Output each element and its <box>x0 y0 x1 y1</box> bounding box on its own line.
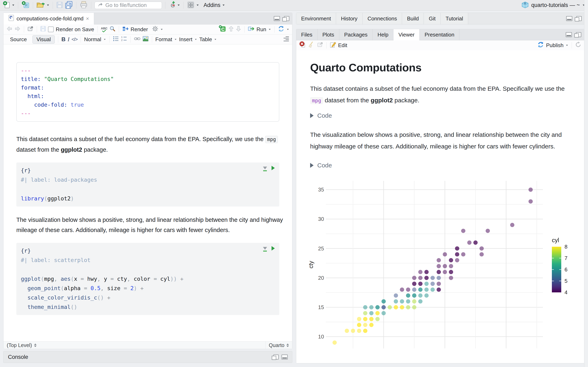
edit-button[interactable]: Edit <box>338 42 347 49</box>
bullet-list-icon[interactable] <box>113 36 119 43</box>
popout-icon[interactable] <box>317 42 323 49</box>
svg-text:cyl: cyl <box>552 237 559 243</box>
new-project-icon[interactable]: R <box>21 1 30 10</box>
render-on-save-checkbox[interactable] <box>48 26 54 32</box>
insert-menu[interactable]: Insert <box>179 36 197 43</box>
minimize-icon[interactable] <box>566 16 572 21</box>
version-control-icon[interactable]: G <box>169 1 176 10</box>
clear-icon[interactable] <box>309 42 315 49</box>
run-menu-caret-icon[interactable] <box>269 29 270 30</box>
save-icon[interactable] <box>40 26 46 33</box>
tab-connections[interactable]: Connections <box>363 13 402 24</box>
visual-editor-content[interactable]: ---title: "Quarto Computations"format: h… <box>3 55 292 342</box>
editor-paragraph-2[interactable]: The visualization below shows a positive… <box>16 215 288 235</box>
goto-file-placeholder: Go to file/function <box>105 2 147 8</box>
stop-icon[interactable] <box>299 41 306 50</box>
file-type-select[interactable]: Quarto <box>265 342 292 349</box>
run-chunk-icon[interactable] <box>272 166 275 170</box>
outline-icon[interactable] <box>283 36 289 43</box>
forward-icon[interactable] <box>15 26 21 33</box>
new-file-menu-icon[interactable] <box>12 4 14 6</box>
run-above-icon[interactable] <box>263 167 267 169</box>
numbered-list-icon[interactable]: 12 <box>121 36 127 43</box>
minimize-icon[interactable] <box>566 32 572 37</box>
addins-button[interactable]: Addins <box>204 2 221 8</box>
maximize-icon[interactable] <box>576 32 581 37</box>
goto-file-input[interactable]: Go to file/function <box>95 2 162 9</box>
code-chunk-load-packages[interactable]: {r}#| label: load-packages library(ggplo… <box>16 162 279 207</box>
run-chunk-icon[interactable] <box>272 246 275 250</box>
inline-code-icon[interactable]: </> <box>71 36 77 42</box>
code-chunk-scatterplot[interactable]: {r}#| label: scatterplot ggplot(mpg, aes… <box>16 243 279 315</box>
tab-build[interactable]: Build <box>402 13 424 24</box>
back-icon[interactable] <box>6 26 12 33</box>
format-menu[interactable]: Format <box>155 36 177 43</box>
tab-packages[interactable]: Packages <box>339 29 373 40</box>
settings-gear-icon[interactable] <box>152 26 158 33</box>
panes-menu-icon[interactable] <box>197 4 199 6</box>
spellcheck-icon[interactable]: ABC <box>101 27 108 32</box>
quarto-file-icon <box>8 15 14 23</box>
tab-history[interactable]: History <box>336 13 363 24</box>
render-options-caret-icon[interactable] <box>161 29 163 30</box>
outline-scope-select[interactable]: (Top Level) <box>3 342 265 348</box>
save-icon[interactable] <box>56 1 63 9</box>
open-folder-icon[interactable] <box>36 1 45 9</box>
rerun-icon[interactable] <box>278 25 285 33</box>
refresh-icon[interactable] <box>575 42 581 49</box>
code-fold-2[interactable]: Code <box>310 162 584 169</box>
restore-icon[interactable] <box>282 355 288 359</box>
tab-plots[interactable]: Plots <box>318 29 339 40</box>
tab-environment[interactable]: Environment <box>296 13 336 24</box>
italic-icon[interactable]: I <box>68 36 69 43</box>
search-icon[interactable] <box>109 26 116 33</box>
tab-files[interactable]: Files <box>296 29 318 40</box>
tab-viewer[interactable]: Viewer <box>393 29 420 40</box>
source-mode-button[interactable]: Source <box>6 35 30 43</box>
render-button[interactable]: Render <box>130 26 148 33</box>
save-all-icon[interactable] <box>65 1 73 9</box>
paragraph-style-select[interactable]: Normal <box>84 36 106 43</box>
run-above-icon[interactable] <box>263 247 267 250</box>
yaml-front-matter[interactable]: ---title: "Quarto Computations"format: h… <box>16 62 279 122</box>
editor-tab-title: computations-code-fold.qmd <box>17 16 84 22</box>
link-icon[interactable] <box>134 36 140 43</box>
up-icon[interactable] <box>228 26 234 33</box>
visual-mode-button[interactable]: Visual <box>33 35 54 44</box>
doc-paragraph-2: The visualization below shows a positive… <box>310 129 576 152</box>
tab-help[interactable]: Help <box>373 29 393 40</box>
tab-presentation[interactable]: Presentation <box>420 29 459 40</box>
publish-icon <box>537 41 544 50</box>
open-recent-icon[interactable] <box>47 4 49 6</box>
down-icon[interactable] <box>236 26 241 33</box>
maximize-icon[interactable] <box>284 16 289 21</box>
workspace-panes-icon[interactable] <box>187 1 195 9</box>
viewer-scrollbar-gutter[interactable] <box>584 0 588 367</box>
publish-caret-icon[interactable] <box>566 45 568 46</box>
maximize-icon[interactable] <box>576 16 582 21</box>
insert-chunk-icon[interactable]: C <box>219 25 226 34</box>
print-icon[interactable] <box>80 1 88 9</box>
publish-button[interactable]: Publish <box>546 42 563 49</box>
rerun-menu-caret-icon[interactable] <box>287 29 289 30</box>
table-menu[interactable]: Table <box>199 36 217 43</box>
tab-git[interactable]: Git <box>424 13 441 24</box>
svg-text:30: 30 <box>318 216 324 222</box>
tab-tutorial[interactable]: Tutorial <box>441 13 468 24</box>
version-control-menu-icon[interactable] <box>178 4 180 6</box>
minimize-icon[interactable] <box>274 16 280 21</box>
code-fold-1[interactable]: Code <box>310 112 584 119</box>
close-icon[interactable]: × <box>86 16 89 22</box>
project-menu[interactable]: R quarto-tutorials — ~ <box>521 1 585 9</box>
svg-text:35: 35 <box>318 187 324 193</box>
console-pane[interactable]: Console <box>3 351 292 363</box>
rendered-document[interactable]: Quarto Computations This dataset contain… <box>296 50 584 363</box>
image-icon[interactable] <box>143 36 149 43</box>
new-file-icon[interactable] <box>3 1 10 9</box>
editor-paragraph-1[interactable]: This dataset contains a subset of the fu… <box>16 134 288 155</box>
bold-icon[interactable]: B <box>61 36 66 43</box>
editor-tab[interactable]: computations-code-fold.qmd × <box>3 13 94 25</box>
maximize-icon[interactable] <box>273 355 279 359</box>
run-button[interactable]: Run <box>256 26 266 33</box>
popout-icon[interactable] <box>27 26 34 33</box>
